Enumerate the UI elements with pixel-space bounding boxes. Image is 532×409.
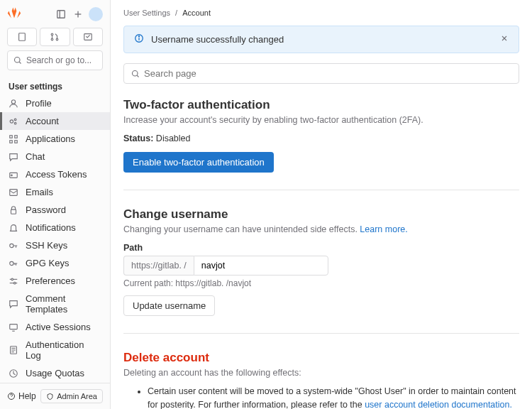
sidebar-item-comment-templates[interactable]: Comment Templates — [0, 290, 110, 318]
username-input[interactable] — [194, 256, 328, 276]
gitlab-logo[interactable] — [7, 6, 21, 22]
sidebar-item-profile[interactable]: Profile — [0, 94, 110, 112]
svg-point-24 — [10, 261, 13, 265]
token-icon — [9, 170, 18, 180]
admin-icon — [46, 393, 54, 400]
sidebar-search-placeholder: Search or go to... — [26, 55, 92, 65]
sidebar-search[interactable]: Search or go to... — [7, 50, 103, 70]
svg-point-23 — [10, 244, 13, 247]
delete-effect-item: Certain user content will be moved to a … — [148, 385, 519, 409]
sidebar-section-title: User settings — [0, 77, 110, 94]
svg-rect-15 — [10, 135, 13, 138]
profile-icon — [9, 99, 18, 109]
search-page-input[interactable] — [144, 68, 511, 79]
plus-icon[interactable] — [72, 8, 84, 21]
current-path: Current path: https://gitlab. /navjot — [123, 278, 519, 288]
svg-point-20 — [11, 175, 13, 176]
preferences-icon — [9, 276, 18, 286]
svg-point-39 — [138, 36, 139, 37]
tfa-desc: Increase your account's security by enab… — [123, 115, 519, 125]
chat-icon — [9, 152, 18, 162]
issues-shortcut[interactable] — [7, 28, 37, 46]
breadcrumb-current: Account — [182, 9, 211, 17]
deletion-docs-link[interactable]: user account deletion documentation. — [365, 400, 512, 409]
svg-line-10 — [19, 62, 21, 63]
sidebar-item-usage-quotas[interactable]: Usage Quotas — [0, 364, 110, 382]
search-page[interactable] — [123, 63, 519, 84]
log-icon — [9, 345, 18, 355]
sidebar-item-active-sessions[interactable]: Active Sessions — [0, 318, 110, 336]
bell-icon — [9, 223, 18, 233]
svg-rect-4 — [19, 33, 26, 41]
svg-point-13 — [14, 119, 16, 121]
svg-rect-17 — [10, 140, 13, 143]
key-icon — [9, 258, 18, 268]
path-prefix: https://gitlab. / — [123, 256, 194, 276]
help-icon — [7, 392, 16, 400]
lock-icon — [9, 205, 18, 215]
update-username-button[interactable]: Update username — [123, 295, 215, 316]
delete-account-intro: Deleting an account has the following ef… — [123, 368, 519, 378]
learn-more-link[interactable]: Learn more. — [360, 224, 407, 234]
sidebar-item-notifications[interactable]: Notifications — [0, 219, 110, 236]
change-username-desc: Changing your username can have unintend… — [123, 224, 360, 234]
svg-point-42 — [133, 70, 138, 76]
info-icon — [134, 33, 144, 45]
search-icon — [131, 70, 140, 78]
close-icon[interactable] — [500, 34, 509, 45]
quota-icon — [9, 369, 18, 378]
enable-tfa-button[interactable]: Enable two-factor authentication — [123, 152, 274, 173]
svg-point-7 — [57, 38, 59, 40]
tfa-status-value: Disabled — [156, 133, 191, 143]
sidebar-item-gpg-keys[interactable]: GPG Keys — [0, 254, 110, 272]
account-icon — [9, 116, 18, 126]
email-icon — [9, 187, 18, 197]
merge-requests-shortcut[interactable] — [40, 28, 70, 46]
search-icon — [13, 56, 22, 65]
help-link[interactable]: Help — [7, 391, 36, 401]
svg-rect-16 — [15, 135, 18, 138]
svg-rect-18 — [15, 140, 18, 143]
delete-account-title: Delete account — [123, 351, 519, 365]
svg-point-5 — [52, 33, 54, 36]
tfa-status-label: Status: — [123, 133, 153, 143]
comment-icon — [9, 299, 18, 309]
svg-point-14 — [14, 122, 16, 124]
svg-point-11 — [11, 99, 15, 103]
svg-point-9 — [15, 58, 21, 63]
svg-rect-22 — [11, 209, 16, 214]
panel-icon[interactable] — [55, 8, 67, 21]
tfa-title: Two-factor authentication — [123, 98, 519, 112]
breadcrumb-parent[interactable]: User Settings — [123, 9, 170, 17]
sidebar-item-emails[interactable]: Emails — [0, 183, 110, 201]
applications-icon — [9, 134, 18, 144]
svg-rect-21 — [10, 189, 18, 195]
sidebar-item-ssh-keys[interactable]: SSH Keys — [0, 236, 110, 254]
breadcrumb: User Settings / Account — [123, 0, 519, 26]
svg-line-43 — [137, 75, 138, 77]
sidebar-item-applications[interactable]: Applications — [0, 130, 110, 148]
svg-rect-0 — [57, 10, 65, 18]
key-icon — [9, 241, 18, 251]
svg-rect-29 — [10, 324, 18, 329]
svg-point-12 — [10, 119, 13, 122]
sidebar-item-password[interactable]: Password — [0, 201, 110, 219]
monitor-icon — [9, 322, 18, 332]
path-label: Path — [123, 243, 519, 253]
alert-message: Username successfully changed — [151, 34, 284, 45]
todos-shortcut[interactable] — [73, 28, 103, 46]
svg-point-27 — [11, 278, 13, 280]
svg-point-6 — [52, 38, 54, 40]
admin-area-button[interactable]: Admin Area — [40, 389, 103, 403]
sidebar-item-chat[interactable]: Chat — [0, 148, 110, 165]
sidebar-item-account[interactable]: Account — [0, 112, 110, 130]
avatar[interactable] — [89, 7, 103, 21]
success-alert: Username successfully changed — [123, 26, 519, 53]
change-username-title: Change username — [123, 207, 519, 222]
svg-point-28 — [13, 282, 16, 284]
sidebar-item-access-tokens[interactable]: Access Tokens — [0, 165, 110, 183]
sidebar-item-auth-log[interactable]: Authentication Log — [0, 336, 110, 364]
sidebar-item-preferences[interactable]: Preferences — [0, 272, 110, 290]
